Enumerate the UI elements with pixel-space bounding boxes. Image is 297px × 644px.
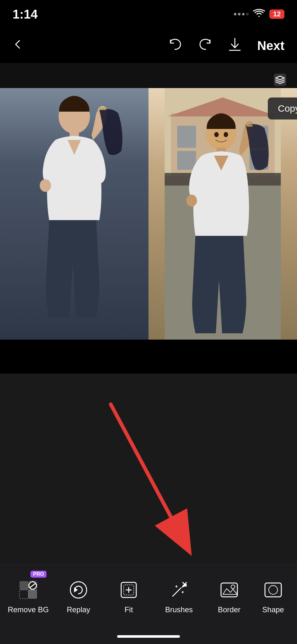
remove-bg-icon [17, 579, 39, 601]
split-container: Copy Add Sticker Share... [0, 88, 297, 340]
fit-label: Fit [125, 605, 133, 614]
fit-icon [118, 579, 140, 601]
tool-shape[interactable]: Shape [254, 568, 292, 625]
tool-replay[interactable]: Replay [53, 568, 104, 625]
download-button[interactable] [228, 37, 241, 54]
border-label: Border [218, 605, 240, 614]
image-right-bg: Copy Add Sticker Share... [148, 88, 297, 340]
svg-point-5 [40, 179, 51, 192]
signal-icon [234, 13, 249, 15]
brushes-icon [168, 579, 190, 601]
toolbar-actions: Next [168, 37, 284, 54]
remove-bg-label: Remove BG [8, 605, 49, 614]
status-icons: 12 [234, 8, 284, 20]
home-bar [117, 635, 180, 638]
context-menu-copy[interactable]: Copy [268, 97, 297, 119]
brushes-label: Brushes [165, 605, 193, 614]
layers-button[interactable] [273, 72, 288, 90]
toolbar-left [13, 39, 24, 53]
border-icon [218, 579, 240, 601]
svg-rect-28 [19, 590, 28, 599]
canvas-area: Copy Add Sticker Share... [0, 63, 297, 340]
bottom-panel: PRO Remove BG [0, 374, 297, 644]
context-menu: Copy Add Sticker Share... [268, 97, 297, 119]
svg-point-24 [224, 132, 228, 137]
arrow-area [0, 374, 297, 564]
tool-brushes[interactable]: Brushes [154, 568, 204, 625]
pro-badge: PRO [30, 571, 46, 578]
tool-border[interactable]: Border [204, 568, 254, 625]
wifi-icon [253, 8, 265, 20]
svg-rect-11 [177, 126, 196, 148]
svg-rect-27 [19, 581, 28, 590]
back-button[interactable] [13, 39, 24, 53]
svg-rect-7 [100, 108, 106, 110]
redo-button[interactable] [198, 38, 213, 53]
svg-point-33 [70, 582, 87, 598]
svg-point-23 [214, 132, 219, 137]
status-bar: 1:14 12 [0, 0, 297, 28]
replay-icon [68, 579, 89, 601]
next-button[interactable]: Next [257, 39, 284, 53]
annotation-arrow [0, 374, 297, 564]
tool-bar: PRO Remove BG [0, 564, 297, 629]
battery-indicator: 12 [269, 9, 284, 19]
person-right-svg [148, 88, 297, 340]
shape-label: Shape [262, 605, 284, 614]
svg-rect-12 [177, 151, 196, 170]
undo-button[interactable] [168, 38, 182, 53]
top-toolbar: Next [0, 28, 297, 63]
status-time: 1:14 [13, 7, 38, 21]
svg-marker-34 [74, 587, 78, 592]
replay-label: Replay [67, 605, 90, 614]
image-after: Copy Add Sticker Share... [148, 88, 297, 340]
svg-rect-22 [246, 125, 253, 127]
shape-icon [262, 579, 284, 601]
svg-point-45 [231, 585, 235, 589]
tool-fit[interactable]: Fit [104, 568, 154, 625]
svg-rect-30 [28, 590, 37, 599]
svg-point-20 [186, 195, 197, 207]
tool-remove-bg[interactable]: PRO Remove BG [3, 568, 53, 625]
svg-rect-44 [221, 583, 237, 597]
home-indicator [0, 629, 297, 644]
svg-rect-46 [265, 583, 281, 597]
svg-line-39 [173, 588, 181, 596]
svg-line-26 [111, 404, 181, 536]
image-left-bg [0, 88, 148, 340]
image-before [0, 88, 148, 340]
svg-line-32 [30, 584, 35, 587]
person-left-svg [0, 88, 148, 340]
svg-point-47 [269, 586, 278, 594]
